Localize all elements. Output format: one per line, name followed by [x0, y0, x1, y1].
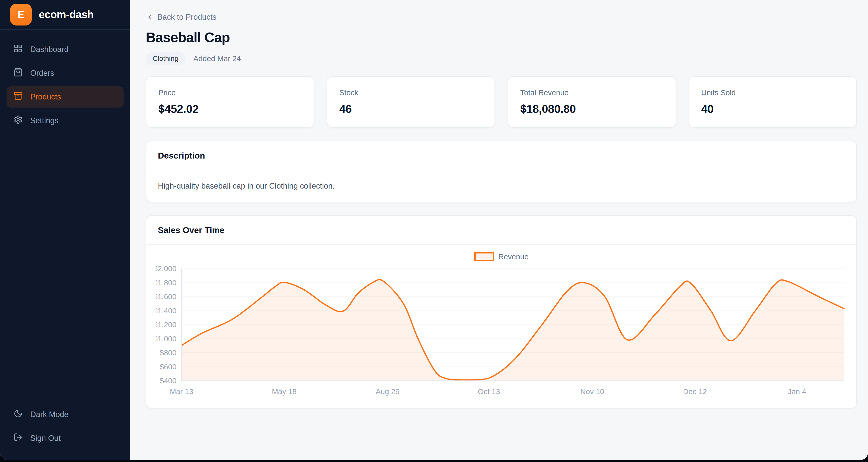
- product-meta: Clothing Added Mar 24: [146, 52, 857, 65]
- legend-item-revenue[interactable]: Revenue: [156, 252, 846, 261]
- archive-icon: [13, 91, 23, 103]
- svg-text:$800: $800: [160, 348, 177, 357]
- svg-text:Aug 26: Aug 26: [375, 387, 399, 396]
- stat-value: 46: [339, 103, 483, 116]
- stat-value: $452.02: [158, 103, 302, 116]
- sidebar-nav: Dashboard Orders Products Settings: [0, 30, 130, 397]
- stat-label: Units Sold: [701, 88, 844, 97]
- grid-icon: [13, 44, 23, 55]
- added-date: Added Mar 24: [193, 54, 241, 63]
- chart-area: Revenue $400$600$800$1,000$1,200$1,400$1…: [146, 245, 857, 408]
- category-badge: Clothing: [146, 52, 185, 65]
- sidebar-item-orders[interactable]: Orders: [6, 63, 124, 84]
- back-link[interactable]: Back to Products: [146, 12, 216, 22]
- sidebar-item-label: Products: [30, 92, 61, 102]
- sign-out-icon: [13, 433, 23, 444]
- sign-out-button[interactable]: Sign Out: [6, 428, 124, 449]
- back-link-label: Back to Products: [157, 12, 216, 22]
- stat-card-total-revenue: Total Revenue $18,080.80: [508, 76, 676, 128]
- description-body: High-quality baseball cap in our Clothin…: [146, 170, 857, 202]
- stat-label: Price: [158, 88, 302, 97]
- sign-out-label: Sign Out: [30, 434, 61, 443]
- svg-text:$1,000: $1,000: [156, 335, 177, 343]
- revenue-area-chart: $400$600$800$1,000$1,200$1,400$1,600$1,8…: [156, 264, 846, 401]
- description-card: Description High-quality baseball cap in…: [146, 141, 857, 202]
- brand: E ecom-dash: [0, 0, 130, 30]
- svg-text:$1,800: $1,800: [156, 279, 177, 287]
- sidebar-footer: Dark Mode Sign Out: [0, 397, 130, 460]
- page-title: Baseball Cap: [146, 29, 857, 46]
- svg-text:$400: $400: [160, 376, 177, 385]
- sales-chart-card: Sales Over Time Revenue $400$600$800$1,0…: [146, 215, 857, 408]
- svg-text:Nov 10: Nov 10: [580, 387, 604, 396]
- stat-card-stock: Stock 46: [327, 76, 495, 128]
- brand-logo: E: [10, 4, 32, 26]
- main-content: Back to Products Baseball Cap Clothing A…: [130, 0, 868, 460]
- moon-icon: [13, 409, 23, 420]
- sidebar-item-products[interactable]: Products: [6, 86, 124, 108]
- sidebar-item-dashboard[interactable]: Dashboard: [6, 39, 124, 60]
- stat-card-price: Price $452.02: [146, 76, 314, 128]
- svg-text:$1,200: $1,200: [156, 320, 177, 329]
- svg-text:$600: $600: [160, 363, 177, 371]
- svg-text:$1,400: $1,400: [156, 307, 177, 315]
- stat-label: Stock: [339, 88, 483, 97]
- brand-name: ecom-dash: [39, 8, 94, 21]
- dark-mode-label: Dark Mode: [30, 410, 69, 419]
- stat-value: $18,080.80: [520, 103, 663, 116]
- sidebar-item-label: Orders: [30, 69, 54, 78]
- gear-icon: [13, 115, 23, 126]
- legend-swatch: [474, 252, 494, 261]
- shopping-bag-icon: [13, 68, 23, 79]
- stat-label: Total Revenue: [520, 88, 663, 97]
- svg-text:$2,000: $2,000: [156, 265, 177, 273]
- sidebar: E ecom-dash Dashboard Orders Products: [0, 0, 130, 460]
- sidebar-item-label: Dashboard: [30, 45, 69, 54]
- svg-text:May 18: May 18: [272, 387, 297, 396]
- dark-mode-toggle[interactable]: Dark Mode: [6, 404, 124, 425]
- chevron-left-icon: [146, 13, 154, 21]
- svg-text:Oct 13: Oct 13: [478, 387, 500, 396]
- description-title: Description: [146, 141, 857, 170]
- app-window: E ecom-dash Dashboard Orders Products: [0, 0, 868, 460]
- stat-cards: Price $452.02 Stock 46 Total Revenue $18…: [146, 76, 857, 128]
- svg-text:Mar 13: Mar 13: [170, 387, 193, 396]
- svg-text:$1,600: $1,600: [156, 292, 177, 301]
- svg-text:Dec 12: Dec 12: [683, 387, 707, 396]
- chart-title: Sales Over Time: [146, 216, 857, 245]
- stat-card-units-sold: Units Sold 40: [689, 76, 857, 128]
- stat-value: 40: [701, 103, 844, 116]
- legend-label: Revenue: [498, 253, 529, 261]
- svg-text:Jan 4: Jan 4: [788, 387, 806, 396]
- sidebar-item-settings[interactable]: Settings: [6, 110, 124, 131]
- sidebar-item-label: Settings: [30, 116, 59, 125]
